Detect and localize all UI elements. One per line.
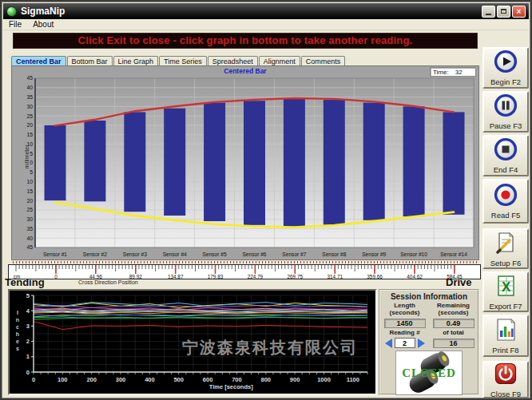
svg-text:600: 600	[203, 376, 213, 383]
svg-text:359.66: 359.66	[367, 274, 383, 279]
session-title: Session Information	[383, 292, 475, 301]
svg-text:40: 40	[26, 236, 33, 241]
pause-icon	[494, 93, 518, 121]
of-total-label: of total	[431, 329, 475, 336]
nip-status-text: CLOSED	[396, 366, 462, 380]
svg-text:Time [seconds]: Time [seconds]	[209, 383, 253, 390]
svg-text:40: 40	[26, 85, 33, 90]
svg-text:25: 25	[26, 113, 33, 119]
svg-text:269.75: 269.75	[288, 274, 304, 279]
length-label: Length	[383, 302, 427, 309]
svg-text:h: h	[16, 331, 19, 337]
read-f5-button[interactable]: Read F5	[482, 179, 529, 224]
svg-text:400: 400	[145, 376, 155, 383]
svg-text:200: 200	[86, 376, 97, 383]
svg-text:Sensor #5: Sensor #5	[203, 251, 227, 257]
svg-text:700: 700	[232, 376, 242, 383]
svg-text:Sensor #14: Sensor #14	[440, 251, 467, 257]
title-bar[interactable]: SigmaNip ×	[3, 3, 529, 19]
button-label: Read F5	[491, 211, 520, 220]
svg-text:0: 0	[32, 376, 35, 383]
record-icon	[494, 183, 518, 210]
end-f4-button[interactable]: End F4	[482, 135, 529, 176]
reading-number-value[interactable]: 2	[395, 338, 415, 348]
next-reading-arrow[interactable]	[418, 339, 425, 348]
button-label: End F4	[494, 165, 518, 174]
svg-text:1: 1	[26, 353, 30, 360]
tending-side-label: Tending	[5, 276, 45, 288]
button-label: Close F9	[490, 390, 521, 398]
svg-text:314.71: 314.71	[328, 274, 343, 279]
remaining-label: Remaining	[431, 302, 475, 309]
previous-reading-arrow[interactable]	[385, 339, 392, 348]
button-label: Setup F6	[490, 259, 522, 267]
centered-bar-chart: 45403530252015105051015202530354045Senso…	[13, 75, 479, 260]
trending-chart[interactable]: 0123450100200300400500600700800900100011…	[10, 291, 374, 392]
pause-f3-button[interactable]: Pause F3	[482, 91, 529, 133]
svg-text:Sensor #1: Sensor #1	[43, 251, 67, 257]
excel-icon: X	[494, 274, 518, 301]
svg-text:500: 500	[173, 376, 184, 383]
session-information-panel: Session Information Length (seconds) Rem…	[379, 289, 479, 395]
svg-text:s: s	[16, 346, 19, 351]
svg-text:45: 45	[26, 75, 33, 81]
drive-side-label: Drive	[446, 276, 472, 288]
svg-text:404.62: 404.62	[407, 274, 423, 279]
stop-icon	[494, 137, 518, 164]
y-axis-label: millimeter	[24, 141, 30, 173]
svg-text:45: 45	[26, 244, 33, 250]
setup-icon	[494, 231, 518, 258]
svg-text:5: 5	[26, 292, 30, 299]
svg-text:Sensor #10: Sensor #10	[400, 251, 427, 257]
svg-text:900: 900	[290, 376, 300, 383]
svg-text:15: 15	[26, 132, 33, 137]
window-title: SigmaNip	[21, 6, 480, 17]
app-icon	[6, 6, 17, 17]
svg-text:0: 0	[26, 369, 30, 376]
centered-bar-panel: Centered Bar Time: 32 454035302520151050…	[11, 65, 479, 260]
export-f7-button[interactable]: XExport F7	[482, 271, 529, 312]
remaining-value: 0.49	[433, 319, 474, 328]
ruler-scale: 044.9689.92134.87179.83224.79269.75314.7…	[9, 265, 480, 279]
svg-text:Sensor #2: Sensor #2	[83, 251, 107, 257]
svg-text:2: 2	[26, 338, 30, 345]
print-f8-button[interactable]: Print F8	[482, 315, 529, 357]
play-icon	[494, 50, 518, 77]
svg-text:800: 800	[261, 376, 272, 383]
app-window: SigmaNip × File About Click Exit to clos…	[0, 0, 532, 400]
svg-text:c: c	[16, 324, 19, 330]
reading-number-label: Reading #	[383, 329, 427, 336]
action-button-column: Begin F2Pause F3End F4Read F5Setup F6XEx…	[481, 2, 532, 400]
svg-text:179.83: 179.83	[208, 274, 224, 279]
cross-direction-ruler: 044.9689.92134.87179.83224.79269.75314.7…	[8, 264, 481, 279]
svg-text:e: e	[16, 339, 19, 344]
total-readings-value: 16	[433, 339, 474, 348]
trending-chart-frame[interactable]: 0123450100200300400500600700800900100011…	[8, 289, 377, 395]
svg-text:5: 5	[30, 151, 33, 156]
begin-f2-button[interactable]: Begin F2	[482, 47, 529, 89]
button-label: Begin F2	[490, 77, 521, 86]
svg-text:30: 30	[26, 104, 33, 109]
svg-text:20: 20	[26, 198, 33, 204]
svg-text:3: 3	[26, 323, 30, 330]
svg-text:1000: 1000	[317, 376, 331, 383]
cross-direction-label: Cross Direction Position	[78, 279, 138, 285]
svg-text:0: 0	[54, 274, 58, 279]
button-label: Print F8	[492, 346, 518, 354]
menu-file[interactable]: File	[3, 20, 27, 29]
svg-text:Sensor #8: Sensor #8	[322, 251, 346, 257]
setup-f6-button[interactable]: Setup F6	[482, 228, 529, 269]
svg-text:Sensor #6: Sensor #6	[242, 251, 266, 257]
svg-text:35: 35	[26, 226, 33, 232]
svg-text:Sensor #3: Sensor #3	[123, 251, 147, 257]
chart-icon	[494, 318, 518, 345]
button-label: Pause F3	[490, 121, 522, 130]
svg-text:100: 100	[58, 376, 68, 383]
close-f9-button[interactable]: Close F9	[482, 361, 529, 398]
menu-about[interactable]: About	[27, 20, 59, 29]
svg-text:1100: 1100	[347, 376, 359, 383]
svg-text:44.96: 44.96	[89, 274, 102, 279]
length-value: 1450	[384, 319, 426, 328]
svg-text:0: 0	[30, 160, 33, 165]
svg-text:Sensor #9: Sensor #9	[362, 251, 386, 257]
